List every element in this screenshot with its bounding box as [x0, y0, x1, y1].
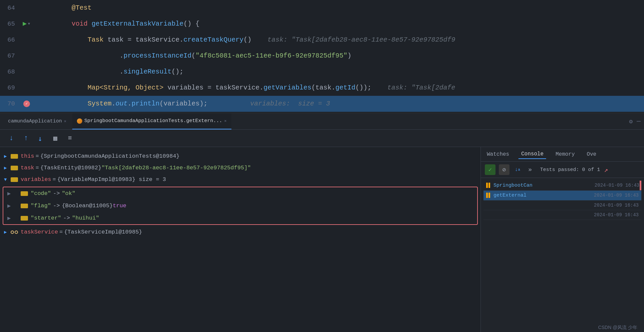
tab-memory[interactable]: Memory: [553, 150, 577, 159]
tab-springboot-test[interactable]: SpringbootCamundaApplicationTests.getExt…: [72, 113, 231, 129]
var-icon-flag: [21, 204, 28, 208]
toggle-taskservice[interactable]: ▶: [4, 229, 11, 235]
run-icon[interactable]: ▶: [23, 16, 27, 32]
var-icon-variables: [11, 177, 18, 182]
toggle-variables[interactable]: ▼: [4, 177, 11, 182]
toggle-this[interactable]: ▶: [4, 153, 11, 159]
more-button[interactable]: »: [525, 165, 535, 174]
variables-children-box: ▶ "code" -> "ok" ▶ "flag" -> {Boolean@11…: [3, 187, 478, 225]
line-number-66: 66: [3, 32, 22, 48]
var-starter[interactable]: ▶ "starter" -> "huihui": [3, 212, 477, 224]
code-line-71: 71 ▿ }: [0, 112, 644, 113]
var-equals-this: =: [36, 153, 39, 159]
tab-springboot-close[interactable]: ✕: [224, 118, 226, 123]
fold-icon-65[interactable]: ▾: [27, 16, 31, 32]
gear-icon[interactable]: ⚙: [629, 118, 633, 125]
pause-icon-2: [486, 193, 490, 198]
sort-button[interactable]: ↓a: [513, 165, 522, 174]
pause-icon-1: [486, 183, 490, 188]
debug-area: ▶ this = {SpringbootCamundaApplicationTe…: [0, 147, 644, 332]
console-name-2: getExternal: [493, 193, 591, 198]
oo-icon-taskservice: [11, 231, 18, 234]
var-name-this: this: [21, 153, 34, 159]
right-panel: Watches Console Memory Ove ✓ ⊘ ↓a » Test…: [481, 147, 644, 332]
var-icon-code: [21, 191, 28, 196]
var-code[interactable]: ▶ "code" -> "ok": [3, 187, 477, 200]
var-equals-task: =: [36, 165, 39, 171]
line-number-67: 67: [3, 48, 22, 64]
line-number-68: 68: [3, 64, 22, 80]
var-value-task-str: "Task[2dafeb28-aec8-11ee-8e57-92e97825df…: [102, 165, 251, 171]
var-equals-variables: =: [53, 176, 56, 183]
fold-icon-71[interactable]: ▿: [25, 112, 28, 113]
var-value-variables: {VariableMapImpl@10983} size = 3: [57, 176, 166, 183]
var-taskservice[interactable]: ▶ taskService = {TaskServiceImpl@10985}: [0, 226, 481, 238]
var-name-code: "code": [31, 190, 51, 197]
var-name-taskservice: taskService: [21, 229, 58, 235]
toggle-code[interactable]: ▶: [7, 190, 21, 197]
right-tabs: Watches Console Memory Ove: [481, 147, 644, 162]
line-number-65: 65: [3, 16, 22, 32]
line-number-69: 69: [3, 80, 22, 96]
tests-passed-label: Tests passed: 0 of 1: [540, 167, 600, 173]
console-item-3[interactable]: 2024-01-09 16:43: [483, 201, 641, 210]
console-content: SpringbootCan 2024-01-09 16:43 getExtern…: [481, 178, 644, 332]
console-time-1: 2024-01-09 16:43: [595, 183, 639, 188]
var-arrow-starter: ->: [63, 215, 70, 221]
tab-camunda-close[interactable]: ✕: [64, 119, 66, 124]
var-task[interactable]: ▶ task = {TaskEntity@10982} "Task[2dafeb…: [0, 162, 481, 174]
check-button[interactable]: ✓: [485, 164, 495, 175]
var-value-code: "ok": [62, 190, 76, 197]
threads-button[interactable]: ≡: [65, 134, 75, 143]
console-toolbar: ✓ ⊘ ↓a » Tests passed: 0 of 1 ↗: [481, 162, 644, 178]
var-flag[interactable]: ▶ "flag" -> {Boolean@11005} true: [3, 200, 477, 212]
toggle-task[interactable]: ▶: [4, 165, 11, 171]
code-editor: 64 @Test 65 ▶ ▾ void getExternalTaskVari…: [0, 0, 644, 113]
block-button[interactable]: ⊘: [499, 164, 509, 175]
debug-toolbar: ↓ ↑ ↙ ▦ ≡: [0, 130, 644, 147]
tabs-bar: camundaApplication ✕ SpringbootCamundaAp…: [0, 113, 644, 130]
red-bar-1: [640, 181, 641, 190]
line-number-71: 71: [3, 112, 22, 113]
code-content-71: }: [32, 96, 641, 113]
tab-camunda-application[interactable]: camundaApplication ✕: [3, 113, 71, 129]
frames-button[interactable]: ▦: [51, 134, 60, 143]
test-fail-indicator: ↗: [604, 166, 608, 174]
line-number-70: 70: [3, 96, 22, 112]
toggle-starter[interactable]: ▶: [7, 215, 21, 222]
variables-panel: ▶ this = {SpringbootCamundaApplicationTe…: [0, 147, 481, 332]
breakpoint-icon[interactable]: ✓: [23, 100, 30, 107]
var-value-taskservice: {TaskServiceImpl@10985}: [64, 229, 142, 235]
tab-console[interactable]: Console: [518, 150, 546, 159]
var-value-flag-bool: true: [113, 203, 127, 209]
var-arrow-code: ->: [53, 190, 60, 197]
console-time-4: 2024-01-09 16:43: [594, 212, 639, 218]
step-into-button[interactable]: ↙: [34, 132, 47, 145]
watermark-text: CSDN @风流 少年: [598, 325, 637, 330]
step-out-button[interactable]: ↑: [21, 134, 31, 143]
tab-watches[interactable]: Watches: [484, 150, 512, 159]
gutter-65: ▶ ▾: [22, 16, 32, 32]
tab-ove[interactable]: Ove: [584, 150, 599, 159]
toggle-flag[interactable]: ▶: [7, 202, 21, 209]
console-item-1[interactable]: SpringbootCan 2024-01-09 16:43: [483, 181, 641, 191]
step-over-button[interactable]: ↓: [7, 134, 16, 143]
gutter-71: ▿: [22, 112, 32, 113]
var-variables[interactable]: ▼ variables = {VariableMapImpl@10983} si…: [0, 174, 481, 185]
var-equals-taskservice: =: [59, 229, 63, 235]
console-name-1: SpringbootCan: [493, 183, 591, 188]
gutter-70: ✓: [22, 100, 32, 107]
var-value-this: {SpringbootCamundaApplicationTests@10984…: [40, 153, 179, 159]
minimize-icon[interactable]: —: [637, 117, 641, 125]
console-time-2: 2024-01-09 16:43: [594, 193, 639, 198]
var-this[interactable]: ▶ this = {SpringbootCamundaApplicationTe…: [0, 150, 481, 162]
var-value-starter: "huihui": [72, 215, 99, 221]
var-name-variables: variables: [21, 176, 51, 183]
var-name-starter: "starter": [31, 215, 61, 221]
line-number-64: 64: [3, 0, 22, 16]
console-item-4[interactable]: 2024-01-09 16:43: [483, 210, 641, 220]
tab-camunda-label: camundaApplication: [8, 118, 62, 124]
var-name-flag: "flag": [31, 203, 51, 209]
var-value-task: {TaskEntity@10982}: [40, 165, 102, 171]
console-item-2[interactable]: getExternal 2024-01-09 16:43: [483, 191, 641, 201]
